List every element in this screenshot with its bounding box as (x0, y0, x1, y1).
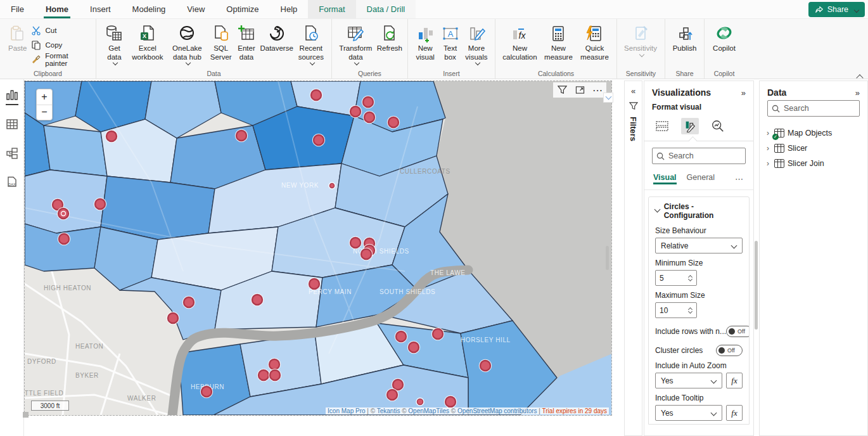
paste-button[interactable]: Paste (4, 22, 31, 54)
collapse-ribbon-icon[interactable] (855, 72, 864, 81)
map-marker[interactable] (416, 398, 424, 406)
format-visual-icon[interactable] (681, 118, 699, 134)
map-marker[interactable] (388, 117, 400, 129)
map-marker[interactable] (269, 369, 281, 382)
include-tooltip-fx-button[interactable]: fx (726, 405, 743, 421)
tree-chevron-icon[interactable]: › (765, 159, 771, 168)
format-painter-button[interactable]: Format painter (31, 53, 92, 66)
auto-zoom-fx-button[interactable]: fx (726, 373, 743, 388)
share-button[interactable]: Share (808, 2, 865, 17)
get-data-button[interactable]: Get data (100, 22, 129, 67)
map-marker[interactable] (252, 294, 264, 306)
text-box-button[interactable]: A Text box (438, 22, 462, 63)
auto-zoom-dropdown[interactable]: Yes (655, 373, 722, 388)
minimum-size-stepper[interactable]: 5 (655, 270, 697, 286)
collapse-data-icon[interactable]: » (855, 88, 860, 98)
map-marker[interactable] (258, 369, 270, 382)
tab-help[interactable]: Help (270, 0, 309, 18)
tab-visual[interactable]: Visual (653, 173, 677, 184)
format-search-box[interactable] (652, 148, 746, 164)
include-tooltip-dropdown[interactable]: Yes (655, 405, 722, 421)
tab-format[interactable]: Format (308, 0, 355, 18)
map-marker[interactable] (106, 131, 118, 143)
refresh-button[interactable]: Refresh (376, 22, 404, 54)
cluster-circles-toggle[interactable]: Off (716, 345, 743, 356)
map-marker[interactable] (58, 208, 70, 220)
maximum-size-stepper[interactable]: 10 (655, 302, 697, 318)
map-marker[interactable] (408, 342, 420, 354)
visual-resize-handle[interactable] (23, 412, 29, 418)
map-marker[interactable] (58, 233, 70, 245)
table-item-map-objects[interactable]: › ✓ Map Objects (765, 125, 862, 141)
map-marker[interactable] (480, 360, 492, 372)
map-marker[interactable] (236, 130, 248, 142)
collapse-visualizations-icon[interactable]: » (741, 88, 746, 98)
map-visual-container[interactable]: HIGH HEATONHEATONDYFORDBYKERBATTLE FIELD… (24, 80, 612, 416)
map-marker[interactable] (313, 134, 325, 146)
map-marker[interactable] (183, 297, 195, 309)
map-marker[interactable] (167, 312, 179, 324)
map-marker[interactable] (364, 112, 376, 124)
data-search-input[interactable] (784, 104, 853, 113)
tab-view[interactable]: View (176, 0, 215, 18)
map-marker[interactable] (361, 248, 373, 260)
map-marker[interactable] (362, 96, 374, 108)
format-search-input[interactable] (668, 151, 738, 160)
stepper-arrows-icon[interactable] (689, 275, 692, 281)
report-view-button[interactable] (5, 88, 19, 102)
map-marker[interactable] (395, 331, 407, 343)
cut-button[interactable]: Cut (31, 24, 92, 37)
tab-insert[interactable]: Insert (79, 0, 122, 18)
sql-server-button[interactable]: SQL Server (208, 22, 234, 63)
new-calculation-button[interactable]: fx New calculation (499, 22, 540, 63)
table-item-slicer[interactable]: › Slicer (765, 141, 862, 156)
copy-button[interactable]: Copy (31, 39, 92, 51)
tree-chevron-icon[interactable]: › (765, 129, 771, 138)
new-visual-button[interactable]: New visual (412, 22, 438, 63)
dataverse-button[interactable]: Dataverse (259, 22, 295, 54)
more-format-tabs-icon[interactable]: ⋯ (735, 174, 744, 184)
map-marker[interactable] (350, 106, 362, 118)
publish-button[interactable]: Publish (669, 22, 700, 54)
quick-measure-button[interactable]: Quick measure (577, 22, 613, 63)
map-marker[interactable] (309, 278, 321, 290)
attribution-link[interactable]: OpenStreetMap contributors (457, 407, 537, 414)
onelake-data-hub-button[interactable]: OneLake data hub (167, 22, 208, 67)
focus-mode-icon[interactable] (572, 84, 587, 96)
tab-optimize[interactable]: Optimize (215, 0, 269, 18)
tab-modeling[interactable]: Modeling (122, 0, 177, 18)
attribution-link[interactable]: OpenMapTiles (408, 407, 449, 414)
size-behaviour-dropdown[interactable]: Relative (655, 238, 743, 253)
map-marker[interactable] (432, 328, 444, 340)
map-marker[interactable] (269, 359, 281, 371)
zoom-in-button[interactable]: + (37, 89, 52, 105)
map-marker[interactable] (310, 89, 322, 101)
zoom-out-button[interactable]: − (37, 105, 52, 120)
visualizations-scrollbar[interactable] (755, 241, 758, 330)
attribution-link[interactable]: Tekantis (377, 407, 400, 414)
copilot-button[interactable]: Copilot (708, 22, 740, 54)
icon-map-canvas[interactable]: HIGH HEATONHEATONDYFORDBYKERBATTLE FIELD… (25, 81, 611, 415)
tab-general[interactable]: General (687, 173, 715, 184)
attribution-link[interactable]: Icon Map Pro (328, 407, 365, 414)
chevron-down-icon[interactable] (603, 93, 613, 103)
transform-data-button[interactable]: Transform data (336, 22, 376, 67)
map-marker[interactable] (201, 386, 213, 398)
recent-sources-button[interactable]: Recent sources (295, 22, 328, 67)
new-measure-button[interactable]: New measure (540, 22, 577, 63)
map-marker[interactable] (329, 183, 335, 189)
sensitivity-button[interactable]: Sensitivity (621, 22, 660, 59)
expand-filters-icon[interactable]: « (631, 86, 635, 96)
model-view-button[interactable] (5, 146, 19, 160)
dax-query-view-button[interactable]: DAX (5, 176, 19, 189)
analytics-icon[interactable] (709, 118, 727, 134)
tab-home[interactable]: Home (35, 0, 79, 18)
page-vertical-scrollbar[interactable] (606, 246, 609, 270)
filter-icon[interactable] (554, 84, 570, 96)
tab-data-drill[interactable]: Data / Drill (356, 0, 416, 18)
tab-file[interactable]: File (0, 0, 35, 18)
map-marker[interactable] (445, 396, 457, 408)
table-view-button[interactable] (5, 117, 19, 131)
table-item-slicer-join[interactable]: › Slicer Join (765, 156, 862, 171)
map-marker[interactable] (94, 198, 106, 210)
